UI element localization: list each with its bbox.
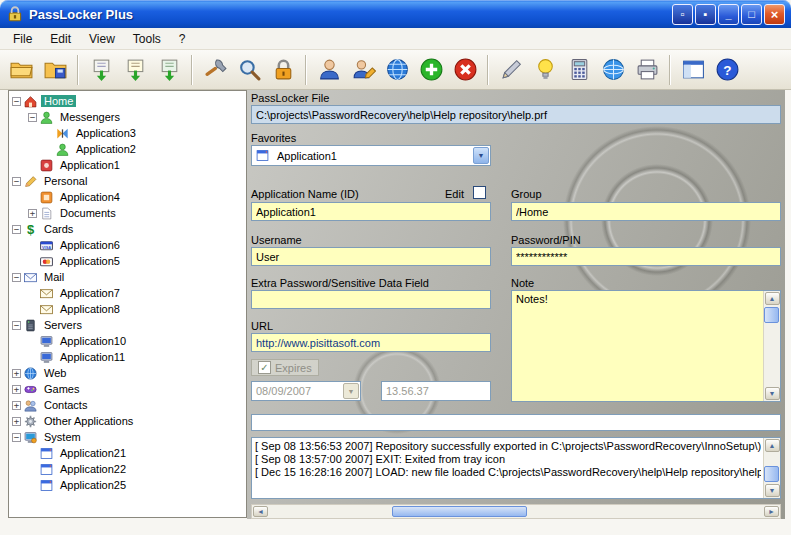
- close-button[interactable]: ×: [764, 4, 785, 25]
- tree-item-contacts[interactable]: +Contacts: [9, 397, 246, 413]
- tree-item-application2[interactable]: Application2: [9, 141, 246, 157]
- user-button[interactable]: [312, 53, 346, 87]
- add-entry-button[interactable]: [414, 53, 448, 87]
- log-box: [ Sep 08 13:56:53 2007] Repository succe…: [251, 437, 781, 499]
- tree-item-application8[interactable]: Application8: [9, 301, 246, 317]
- tree-item-personal[interactable]: −Personal: [9, 173, 246, 189]
- passlocker-file-field[interactable]: [251, 105, 781, 124]
- expand-icon[interactable]: +: [12, 417, 21, 426]
- open-button[interactable]: [4, 53, 38, 87]
- expand-icon[interactable]: +: [12, 369, 21, 378]
- password-field[interactable]: [511, 247, 781, 266]
- note-field[interactable]: Notes! ▲ ▼: [511, 290, 781, 402]
- application-name-label: Application Name (ID): [251, 188, 359, 200]
- backup-button[interactable]: [152, 53, 186, 87]
- tree-item-application1[interactable]: Application1: [9, 157, 246, 173]
- website-button[interactable]: [596, 53, 630, 87]
- collapse-icon[interactable]: −: [12, 433, 21, 442]
- open-url-button[interactable]: [380, 53, 414, 87]
- import-button[interactable]: [84, 53, 118, 87]
- tree-item-application6[interactable]: VISAApplication6: [9, 237, 246, 253]
- tree-item-label: Mail: [41, 271, 67, 283]
- menu-edit[interactable]: Edit: [41, 28, 80, 50]
- scroll-up-icon[interactable]: ▲: [765, 439, 780, 452]
- tree-item-system[interactable]: −System: [9, 429, 246, 445]
- tree-item-messengers[interactable]: −Messengers: [9, 109, 246, 125]
- group-field[interactable]: [511, 202, 781, 221]
- username-field[interactable]: [251, 247, 491, 266]
- maximize-button[interactable]: □: [741, 4, 762, 25]
- delete-entry-button[interactable]: [448, 53, 482, 87]
- tree-item-application3[interactable]: Application3: [9, 125, 246, 141]
- note-scroll-thumb[interactable]: [764, 307, 779, 323]
- edit-checkbox[interactable]: [473, 186, 486, 199]
- menu-view[interactable]: View: [80, 28, 124, 50]
- window-app-icon: [40, 463, 54, 476]
- help-button[interactable]: ?: [710, 53, 744, 87]
- tree-item-home[interactable]: −Home: [9, 93, 246, 109]
- expand-icon[interactable]: +: [12, 385, 21, 394]
- tree-item-web[interactable]: +Web: [9, 365, 246, 381]
- log-scroll-thumb[interactable]: [764, 466, 779, 482]
- tips-button[interactable]: [528, 53, 562, 87]
- horizontal-scrollbar[interactable]: ◄ ►: [251, 504, 781, 519]
- menu-help[interactable]: ?: [170, 28, 195, 50]
- save-button[interactable]: [38, 53, 72, 87]
- scroll-down-icon[interactable]: ▼: [765, 484, 780, 497]
- tree-item-documents[interactable]: +Documents: [9, 205, 246, 221]
- minimize-button[interactable]: _: [718, 4, 739, 25]
- export-button[interactable]: [118, 53, 152, 87]
- edit-entry-button[interactable]: [346, 53, 380, 87]
- expand-icon[interactable]: +: [28, 209, 37, 218]
- tree-item-application10[interactable]: Application10: [9, 333, 246, 349]
- help-icon: ?: [715, 57, 740, 82]
- search-button[interactable]: [232, 53, 266, 87]
- collapse-icon[interactable]: −: [12, 97, 21, 106]
- sign-button[interactable]: [494, 53, 528, 87]
- collapse-icon[interactable]: −: [12, 273, 21, 282]
- menu-file[interactable]: File: [4, 28, 41, 50]
- print-button[interactable]: [630, 53, 664, 87]
- lock-button[interactable]: [266, 53, 300, 87]
- tree-item-application5[interactable]: Application5: [9, 253, 246, 269]
- scroll-down-icon[interactable]: ▼: [765, 387, 780, 400]
- collapse-icon[interactable]: −: [12, 321, 21, 330]
- application-name-field[interactable]: [251, 202, 491, 221]
- tree-item-application4[interactable]: Application4: [9, 189, 246, 205]
- tools-button[interactable]: [198, 53, 232, 87]
- tree-item-application25[interactable]: Application25: [9, 477, 246, 493]
- tree-item-servers[interactable]: −Servers: [9, 317, 246, 333]
- tree-item-games[interactable]: +Games: [9, 381, 246, 397]
- scroll-left-icon[interactable]: ◄: [253, 506, 268, 517]
- tree-item-application21[interactable]: Application21: [9, 445, 246, 461]
- svg-text:?: ?: [723, 63, 731, 78]
- expand-icon[interactable]: +: [12, 401, 21, 410]
- tree-item-mail[interactable]: −Mail: [9, 269, 246, 285]
- layout-icon: [681, 57, 706, 82]
- collapse-icon[interactable]: −: [28, 113, 37, 122]
- scroll-up-icon[interactable]: ▲: [765, 292, 780, 305]
- favorites-dropdown[interactable]: Application1 ▼: [251, 145, 491, 166]
- tree-item-application11[interactable]: Application11: [9, 349, 246, 365]
- menu-tools[interactable]: Tools: [124, 28, 170, 50]
- tree-item-application7[interactable]: Application7: [9, 285, 246, 301]
- red-card-icon: [40, 255, 54, 268]
- url-field[interactable]: [251, 333, 491, 352]
- extra-password-field[interactable]: [251, 290, 491, 309]
- tree-item-cards[interactable]: −$Cards: [9, 221, 246, 237]
- collapse-icon[interactable]: −: [12, 177, 21, 186]
- calculator-button[interactable]: [562, 53, 596, 87]
- chevron-down-icon[interactable]: ▼: [473, 147, 489, 164]
- globe-icon: [385, 57, 410, 82]
- tree-item-other-applications[interactable]: +Other Applications: [9, 413, 246, 429]
- title-bar[interactable]: PassLocker Plus ▫▪_□×: [0, 0, 791, 28]
- layout-button[interactable]: [676, 53, 710, 87]
- computer-icon: [40, 351, 54, 364]
- collapse-icon[interactable]: −: [12, 225, 21, 234]
- scroll-right-icon[interactable]: ►: [764, 506, 779, 517]
- horizontal-scroll-thumb[interactable]: [392, 506, 527, 517]
- tray-button[interactable]: ▫: [672, 4, 693, 25]
- tree-item-application22[interactable]: Application22: [9, 461, 246, 477]
- rollup-button[interactable]: ▪: [695, 4, 716, 25]
- tree-item-label: Application1: [57, 159, 123, 171]
